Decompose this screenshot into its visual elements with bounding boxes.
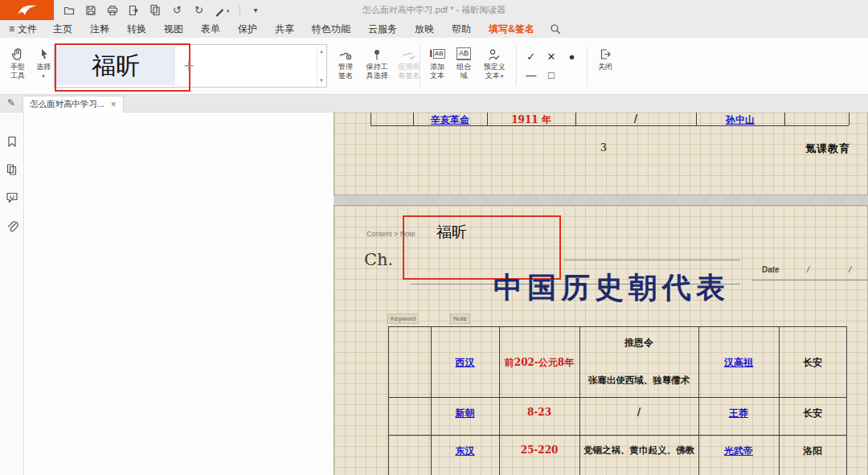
ribbon-tab-bar: ≡ 文件 主页 注释 转换 视图 表单 保护 共享 特色功能 云服务 放映 帮助…: [0, 20, 868, 38]
tab-cloud-services[interactable]: 云服务: [364, 23, 401, 36]
save-icon[interactable]: [84, 3, 96, 17]
predefined-text-label: 文本: [485, 72, 500, 80]
document-tab[interactable]: 怎么面对高中学习... ×: [23, 96, 124, 113]
tab-annotate[interactable]: 注释: [86, 23, 113, 36]
tab-fill-sign[interactable]: 填写&签名: [485, 23, 538, 36]
date-slash: /: [849, 264, 851, 274]
tab-protect[interactable]: 保护: [234, 23, 261, 36]
tab-help[interactable]: 帮助: [448, 23, 475, 36]
foxit-logo[interactable]: [0, 0, 54, 20]
link-wang-mang[interactable]: 王莽: [698, 407, 779, 420]
print-icon[interactable]: [106, 3, 118, 17]
combine-fields-icon-ab: AB: [457, 47, 471, 60]
combine-fields-icon: AB: [457, 46, 471, 62]
add-signature-button[interactable]: +: [178, 54, 199, 78]
edit-pencil-icon[interactable]: ✎: [7, 97, 15, 109]
copy-pages-icon[interactable]: [149, 3, 162, 17]
keyword-label: Keyword: [387, 313, 419, 324]
signature-item-selected[interactable]: 福昕: [56, 47, 175, 85]
link-sun-yat-sen[interactable]: 孙中山: [696, 113, 784, 127]
tab-close-icon[interactable]: ×: [111, 99, 117, 110]
signature-preview-text: 福昕: [92, 50, 140, 83]
select-tool-button[interactable]: 选择 ▾: [32, 46, 55, 80]
manage-signature-label: 签名: [338, 72, 353, 80]
fox-swoosh-icon: [17, 4, 38, 17]
tab-form[interactable]: 表单: [197, 23, 224, 36]
cross-mark-button[interactable]: ✕: [541, 47, 561, 66]
hand-tool-button[interactable]: 手型 工具: [5, 46, 31, 80]
pages-panel-icon[interactable]: [6, 163, 18, 176]
check-mark-button[interactable]: ✓: [521, 47, 541, 66]
undo-icon[interactable]: ↺: [171, 3, 183, 17]
link-xinhai-revolution[interactable]: 辛亥革命: [413, 113, 487, 127]
chapter-label: Ch.: [364, 250, 393, 269]
separator: [420, 46, 420, 86]
pen-tool-icon[interactable]: ▾: [215, 3, 230, 17]
titlebar: ↺ ↻ ▾ ▾ 怎么面对高中学习.pdf * - 福昕阅读器: [0, 0, 868, 20]
attachments-panel-icon[interactable]: [6, 220, 18, 233]
manage-signature-button[interactable]: 管理 签名: [331, 46, 360, 80]
add-text-icon-ab: AB: [433, 49, 445, 59]
comments-panel-icon[interactable]: [6, 191, 18, 204]
tab-view[interactable]: 视图: [160, 23, 187, 36]
table-cell-years: 25-220: [499, 444, 579, 456]
scroll-down-icon[interactable]: ▾: [320, 77, 323, 84]
document-view[interactable]: 辛亥革命 1911 年 / 孙中山 3 氪课教育 Content > Note …: [24, 113, 868, 475]
square-mark-button[interactable]: □: [541, 66, 561, 84]
date-slash: /: [807, 264, 809, 274]
dot-mark-button[interactable]: ●: [562, 47, 582, 66]
brand-text: 氪课教育: [805, 141, 850, 156]
link-western-han[interactable]: 西汉: [431, 356, 499, 370]
tab-share[interactable]: 共享: [271, 23, 298, 36]
cursor-icon: [38, 46, 50, 62]
scroll-up-icon[interactable]: ▴: [320, 48, 323, 55]
hand-tool-label: 工具: [10, 72, 25, 80]
keep-tool-selected-button[interactable]: 保持工 具选择: [362, 46, 392, 80]
table-cell-note: /: [579, 407, 698, 418]
table-cell-years: 前202-公元8年: [499, 356, 579, 370]
open-file-icon[interactable]: [63, 3, 75, 17]
table-line: [849, 113, 850, 125]
tab-special-features[interactable]: 特色功能: [308, 23, 354, 36]
link-han-gaozu[interactable]: 汉高祖: [698, 356, 779, 370]
manage-signature-label: 管理: [338, 63, 353, 72]
file-menu-button[interactable]: ≡ 文件: [6, 23, 39, 36]
search-icon[interactable]: [550, 23, 561, 35]
page-gap: [334, 195, 868, 205]
predefined-text-button[interactable]: 预定义 文本 ▾: [477, 46, 511, 80]
add-text-label: 添加: [430, 63, 444, 72]
tab-convert[interactable]: 转换: [123, 23, 150, 36]
table-line: [784, 113, 785, 125]
separator: [516, 46, 517, 86]
customize-toolbar-chevron-icon[interactable]: ▾: [250, 3, 262, 17]
pin-icon: [371, 46, 383, 62]
signature-list-scrollbar: ▴ ▾: [317, 46, 326, 86]
table-cell-note: /: [575, 113, 696, 125]
table-line: [388, 326, 847, 327]
bookmarks-panel-icon[interactable]: [6, 135, 18, 148]
ruled-line: [752, 280, 868, 280]
keep-tool-label: 保持工: [366, 63, 388, 72]
link-eastern-han[interactable]: 东汉: [431, 444, 499, 458]
table-cell-note: 推恩令: [579, 336, 698, 350]
link-xin-dynasty[interactable]: 新朝: [431, 407, 499, 420]
document-tab-bar: ✎ 怎么面对高中学习... ×: [0, 95, 868, 113]
table-line: [371, 113, 371, 125]
add-text-button[interactable]: I AB 添加 文本: [424, 46, 450, 80]
document-tab-label: 怎么面对高中学习...: [30, 99, 104, 110]
add-text-icon-i: I: [429, 50, 432, 59]
close-fill-sign-button[interactable]: 关闭: [592, 46, 619, 72]
tab-presentation[interactable]: 放映: [411, 23, 438, 36]
select-tool-label: 选择: [36, 63, 51, 72]
redo-icon[interactable]: ↻: [193, 3, 205, 17]
export-page-icon[interactable]: [128, 3, 140, 17]
combine-fields-button[interactable]: AB 组合 域: [452, 46, 476, 80]
ruled-line: [563, 260, 740, 260]
tab-home[interactable]: 主页: [49, 23, 76, 36]
line-mark-button[interactable]: —: [521, 66, 541, 84]
predefined-text-label: 预定义: [484, 63, 506, 72]
sign-marks-group: ✓ ✕ ● — □: [521, 47, 582, 84]
link-guangwu-emperor[interactable]: 光武帝: [698, 444, 779, 458]
pen-dropdown-arrow: ▾: [227, 5, 230, 17]
navigation-panel-strip: [0, 113, 24, 475]
